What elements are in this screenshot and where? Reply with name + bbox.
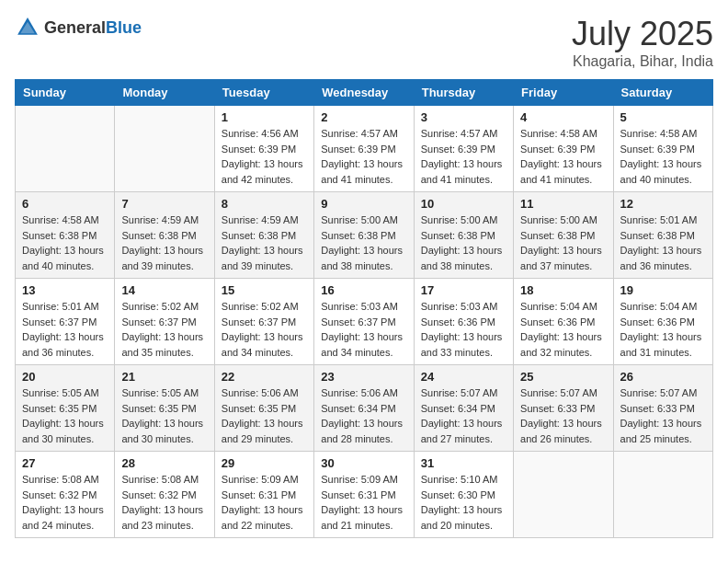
day-number: 1 [222,110,307,124]
day-number: 9 [321,197,406,211]
calendar-cell: 23Sunrise: 5:06 AMSunset: 6:34 PMDayligh… [314,365,414,452]
month-title: July 2025 [572,15,713,53]
day-number: 18 [520,283,606,297]
calendar-cell: 4Sunrise: 4:58 AMSunset: 6:39 PMDaylight… [514,106,613,192]
day-number: 30 [321,456,406,470]
day-number: 31 [421,456,506,470]
cell-info: Sunrise: 5:03 AMSunset: 6:36 PMDaylight:… [421,299,506,360]
calendar-cell: 22Sunrise: 5:06 AMSunset: 6:35 PMDayligh… [214,365,313,452]
day-number: 26 [620,370,706,384]
calendar-cell: 30Sunrise: 5:09 AMSunset: 6:31 PMDayligh… [314,452,414,538]
day-number: 23 [321,370,406,384]
day-number: 5 [620,110,706,124]
cell-info: Sunrise: 5:00 AMSunset: 6:38 PMDaylight:… [321,213,406,273]
calendar-cell: 18Sunrise: 5:04 AMSunset: 6:36 PMDayligh… [514,279,613,365]
day-number: 6 [22,197,108,211]
cell-info: Sunrise: 5:02 AMSunset: 6:37 PMDaylight:… [222,299,307,360]
day-number: 28 [121,456,207,470]
calendar-cell: 31Sunrise: 5:10 AMSunset: 6:30 PMDayligh… [414,452,513,538]
calendar-cell: 28Sunrise: 5:08 AMSunset: 6:32 PMDayligh… [115,452,214,538]
day-number: 25 [520,370,606,384]
cell-info: Sunrise: 5:00 AMSunset: 6:38 PMDaylight:… [421,213,506,273]
cell-info: Sunrise: 5:02 AMSunset: 6:37 PMDaylight:… [121,299,207,360]
cell-info: Sunrise: 4:57 AMSunset: 6:39 PMDaylight:… [321,126,406,187]
day-number: 4 [520,110,606,124]
day-number: 8 [222,197,307,211]
calendar-cell: 12Sunrise: 5:01 AMSunset: 6:38 PMDayligh… [613,192,712,279]
cell-info: Sunrise: 5:00 AMSunset: 6:38 PMDaylight:… [520,213,606,273]
cell-info: Sunrise: 4:58 AMSunset: 6:39 PMDaylight:… [620,126,706,187]
cell-info: Sunrise: 4:58 AMSunset: 6:39 PMDaylight:… [520,126,606,187]
calendar-cell: 5Sunrise: 4:58 AMSunset: 6:39 PMDaylight… [613,106,712,192]
cell-info: Sunrise: 5:06 AMSunset: 6:35 PMDaylight:… [222,385,307,446]
weekday-header: Tuesday [214,80,313,106]
calendar-cell: 19Sunrise: 5:04 AMSunset: 6:36 PMDayligh… [613,279,712,365]
calendar-cell: 24Sunrise: 5:07 AMSunset: 6:34 PMDayligh… [414,365,513,452]
cell-info: Sunrise: 5:04 AMSunset: 6:36 PMDaylight:… [620,299,706,360]
logo-icon [15,15,40,40]
logo-general-text: General [44,18,106,37]
day-number: 3 [421,110,506,124]
cell-info: Sunrise: 5:05 AMSunset: 6:35 PMDaylight:… [22,385,108,446]
calendar-cell: 26Sunrise: 5:07 AMSunset: 6:33 PMDayligh… [613,365,712,452]
logo-blue-text: Blue [106,18,142,37]
cell-info: Sunrise: 5:07 AMSunset: 6:33 PMDaylight:… [620,385,706,446]
weekday-header: Monday [115,80,214,106]
day-number: 12 [620,197,706,211]
location-title: Khagaria, Bihar, India [572,53,713,70]
calendar-cell: 6Sunrise: 4:58 AMSunset: 6:38 PMDaylight… [16,192,115,279]
calendar-cell: 21Sunrise: 5:05 AMSunset: 6:35 PMDayligh… [115,365,214,452]
calendar-cell: 3Sunrise: 4:57 AMSunset: 6:39 PMDaylight… [414,106,513,192]
cell-info: Sunrise: 4:56 AMSunset: 6:39 PMDaylight:… [222,126,307,187]
cell-info: Sunrise: 4:59 AMSunset: 6:38 PMDaylight:… [222,213,307,273]
calendar-cell: 16Sunrise: 5:03 AMSunset: 6:37 PMDayligh… [314,279,414,365]
calendar-cell: 17Sunrise: 5:03 AMSunset: 6:36 PMDayligh… [414,279,513,365]
calendar-cell [613,452,712,538]
day-number: 21 [121,370,207,384]
calendar-cell: 25Sunrise: 5:07 AMSunset: 6:33 PMDayligh… [514,365,613,452]
calendar-cell: 13Sunrise: 5:01 AMSunset: 6:37 PMDayligh… [16,279,115,365]
day-number: 11 [520,197,606,211]
title-block: July 2025 Khagaria, Bihar, India [572,15,713,70]
day-number: 2 [321,110,406,124]
cell-info: Sunrise: 5:03 AMSunset: 6:37 PMDaylight:… [321,299,406,360]
weekday-header: Sunday [16,80,115,106]
calendar-cell: 27Sunrise: 5:08 AMSunset: 6:32 PMDayligh… [16,452,115,538]
weekday-header: Wednesday [314,80,414,106]
day-number: 20 [22,370,108,384]
day-number: 10 [421,197,506,211]
calendar-cell [514,452,613,538]
calendar-cell: 20Sunrise: 5:05 AMSunset: 6:35 PMDayligh… [16,365,115,452]
day-number: 22 [222,370,307,384]
day-number: 19 [620,283,706,297]
calendar-cell: 1Sunrise: 4:56 AMSunset: 6:39 PMDaylight… [214,106,313,192]
day-number: 24 [421,370,506,384]
day-number: 29 [222,456,307,470]
page-header: GeneralBlue July 2025 Khagaria, Bihar, I… [15,15,713,70]
cell-info: Sunrise: 5:08 AMSunset: 6:32 PMDaylight:… [22,472,108,533]
day-number: 15 [222,283,307,297]
day-number: 7 [121,197,207,211]
cell-info: Sunrise: 4:59 AMSunset: 6:38 PMDaylight:… [121,213,207,273]
cell-info: Sunrise: 5:07 AMSunset: 6:33 PMDaylight:… [520,385,606,446]
cell-info: Sunrise: 5:07 AMSunset: 6:34 PMDaylight:… [421,385,506,446]
calendar-cell: 29Sunrise: 5:09 AMSunset: 6:31 PMDayligh… [214,452,313,538]
calendar-week-row: 6Sunrise: 4:58 AMSunset: 6:38 PMDaylight… [16,192,713,279]
day-number: 17 [421,283,506,297]
weekday-header: Saturday [613,80,712,106]
cell-info: Sunrise: 4:58 AMSunset: 6:38 PMDaylight:… [22,213,108,273]
calendar-cell: 15Sunrise: 5:02 AMSunset: 6:37 PMDayligh… [214,279,313,365]
cell-info: Sunrise: 5:09 AMSunset: 6:31 PMDaylight:… [321,472,406,533]
calendar-week-row: 20Sunrise: 5:05 AMSunset: 6:35 PMDayligh… [16,365,713,452]
calendar-cell: 7Sunrise: 4:59 AMSunset: 6:38 PMDaylight… [115,192,214,279]
calendar-week-row: 13Sunrise: 5:01 AMSunset: 6:37 PMDayligh… [16,279,713,365]
cell-info: Sunrise: 4:57 AMSunset: 6:39 PMDaylight:… [421,126,506,187]
cell-info: Sunrise: 5:06 AMSunset: 6:34 PMDaylight:… [321,385,406,446]
calendar-cell [16,106,115,192]
calendar-cell: 10Sunrise: 5:00 AMSunset: 6:38 PMDayligh… [414,192,513,279]
cell-info: Sunrise: 5:09 AMSunset: 6:31 PMDaylight:… [222,472,307,533]
day-number: 13 [22,283,108,297]
day-number: 27 [22,456,108,470]
weekday-header: Friday [514,80,613,106]
cell-info: Sunrise: 5:01 AMSunset: 6:37 PMDaylight:… [22,299,108,360]
